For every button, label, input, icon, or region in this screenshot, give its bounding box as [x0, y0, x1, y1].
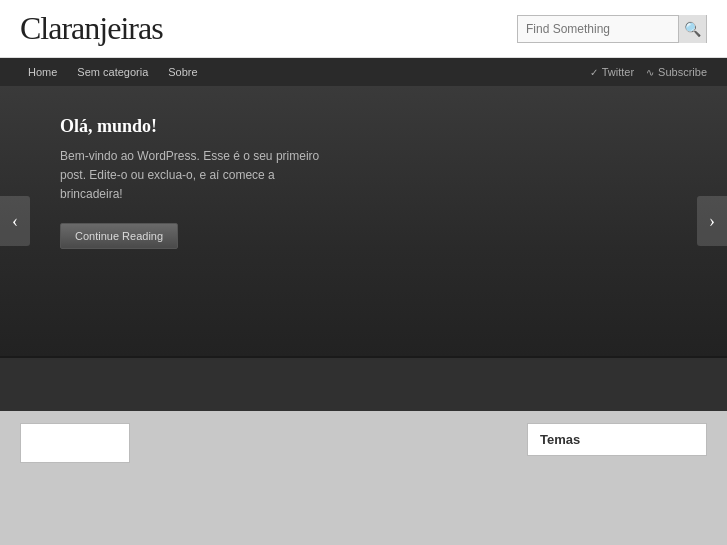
site-header: Claranjeiras 🔍	[0, 0, 727, 58]
nav-links: Home Sem categoria Sobre	[20, 62, 206, 82]
post-preview-box	[20, 423, 130, 463]
temas-widget-title: Temas	[540, 432, 694, 447]
rss-icon: ∿	[646, 67, 654, 78]
subscribe-link[interactable]: ∿ Subscribe	[646, 66, 707, 78]
next-slide-button[interactable]: ›	[697, 196, 727, 246]
slide-content: Olá, mundo! Bem-vindo ao WordPress. Esse…	[0, 86, 380, 279]
sidebar: Temas	[527, 423, 707, 466]
navigation-bar: Home Sem categoria Sobre ✓ Twitter ∿ Sub…	[0, 58, 727, 86]
main-left-column	[20, 423, 507, 466]
twitter-icon: ✓	[590, 67, 598, 78]
next-arrow-icon: ›	[709, 211, 715, 232]
continue-reading-button[interactable]: Continue Reading	[60, 223, 178, 249]
prev-arrow-icon: ‹	[12, 211, 18, 232]
slide-title: Olá, mundo!	[60, 116, 320, 137]
main-content-area: Temas	[0, 411, 727, 478]
below-slider-bar	[0, 356, 727, 411]
search-button[interactable]: 🔍	[678, 15, 706, 43]
nav-right: ✓ Twitter ∿ Subscribe	[590, 66, 707, 78]
temas-widget: Temas	[527, 423, 707, 456]
twitter-link[interactable]: ✓ Twitter	[590, 66, 634, 78]
twitter-label: Twitter	[602, 66, 634, 78]
prev-slide-button[interactable]: ‹	[0, 196, 30, 246]
site-title: Claranjeiras	[20, 10, 163, 47]
search-icon: 🔍	[684, 21, 701, 37]
featured-slider: ‹ Olá, mundo! Bem-vindo ao WordPress. Es…	[0, 86, 727, 356]
search-form: 🔍	[517, 15, 707, 43]
nav-link-home[interactable]: Home	[20, 62, 65, 82]
nav-link-sobre[interactable]: Sobre	[160, 62, 205, 82]
slide-body: Bem-vindo ao WordPress. Esse é o seu pri…	[60, 147, 320, 205]
search-input[interactable]	[518, 18, 678, 40]
nav-link-sem-categoria[interactable]: Sem categoria	[69, 62, 156, 82]
subscribe-label: Subscribe	[658, 66, 707, 78]
